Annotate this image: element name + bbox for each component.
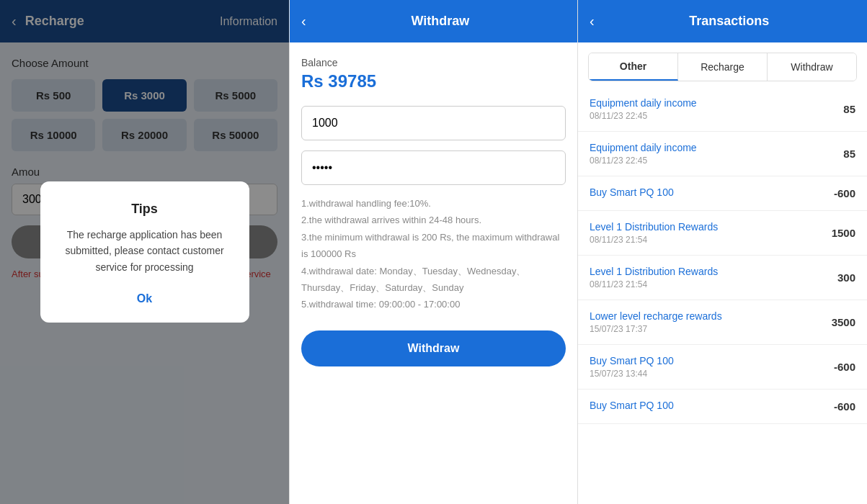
transaction-item: Equipment daily income 08/11/23 22:45 85 [578,87,867,132]
tx-name: Equipment daily income [590,142,697,153]
withdraw-note-3: 3.the minimum withdrawal is 200 Rs, the … [301,229,566,263]
transaction-left: Equipment daily income 08/11/23 22:45 [590,97,697,121]
transaction-left: Buy Smart PQ 100 [590,186,674,200]
transaction-item: Buy Smart PQ 100 -600 [578,176,867,211]
tx-amount: -600 [834,361,855,373]
withdraw-note-2: 2.the withdrawal arrives within 24-48 ho… [301,212,566,228]
transaction-left: Buy Smart PQ 100 15/07/23 13:44 [590,355,674,379]
tx-date: 08/11/23 21:54 [590,235,718,245]
withdraw-note-5: 5.withdrawal time: 09:00:00 - 17:00:00 [301,296,566,312]
withdraw-content: Balance Rs 39785 1.withdrawal handling f… [290,42,577,504]
tx-date: 08/11/23 22:45 [590,111,697,121]
withdraw-title: Withdraw [315,14,566,29]
tx-amount: 1500 [832,227,855,239]
transactions-header: ‹ Transactions [578,0,867,42]
transaction-left: Equipment daily income 08/11/23 22:45 [590,142,697,166]
transaction-tab-bar: Other Recharge Withdraw [588,53,857,81]
transaction-left: Level 1 Distribution Rewards 08/11/23 21… [590,266,718,289]
tx-amount: -600 [834,187,855,199]
withdraw-header: ‹ Withdraw [290,0,577,42]
tx-name: Buy Smart PQ 100 [590,186,674,198]
tx-amount: 85 [843,148,855,160]
balance-label: Balance [301,57,566,68]
tx-amount: 3500 [832,316,855,328]
tab-recharge[interactable]: Recharge [678,53,768,81]
dialog-overlay: Tips The recharge application has been s… [0,0,289,504]
transaction-left: Lower level recharge rewards 15/07/23 17… [590,310,722,334]
dialog-box: Tips The recharge application has been s… [40,181,249,323]
transactions-panel: ‹ Transactions Other Recharge Withdraw E… [578,0,867,504]
withdraw-amount-input[interactable] [301,106,566,140]
transactions-title: Transactions [603,14,855,29]
tx-amount: -600 [834,400,855,413]
transaction-item: Level 1 Distribution Rewards 08/11/23 21… [578,256,867,300]
tx-amount: 85 [843,103,855,115]
dialog-title: Tips [58,202,232,217]
transaction-left: Level 1 Distribution Rewards 08/11/23 21… [590,221,718,245]
tx-amount: 300 [837,271,855,284]
transaction-list: Equipment daily income 08/11/23 22:45 85… [578,87,867,504]
tab-withdraw[interactable]: Withdraw [768,53,856,81]
tx-date: 08/11/23 22:45 [590,156,697,166]
tab-other[interactable]: Other [589,53,678,81]
withdraw-button[interactable]: Withdraw [301,330,566,366]
tx-name: Equipment daily income [590,97,697,109]
transaction-item: Level 1 Distribution Rewards 08/11/23 21… [578,211,867,256]
withdraw-password-input[interactable] [301,150,566,185]
tx-date: 15/07/23 17:37 [590,324,722,334]
withdraw-back-icon[interactable]: ‹ [301,13,306,30]
tx-name: Level 1 Distribution Rewards [590,266,718,277]
balance-value: Rs 39785 [301,71,566,91]
transactions-back-icon[interactable]: ‹ [590,13,595,30]
tx-name: Buy Smart PQ 100 [590,355,674,366]
dialog-ok-button[interactable]: Ok [125,289,164,308]
transaction-item: Equipment daily income 08/11/23 22:45 85 [578,132,867,176]
transaction-left: Buy Smart PQ 100 [590,400,674,413]
withdraw-note-4: 4.withdrawal date: Monday、Tuesday、Wednes… [301,263,566,297]
tx-date: 08/11/23 21:54 [590,279,718,289]
transaction-item: Lower level recharge rewards 15/07/23 17… [578,300,867,345]
recharge-panel: ‹ Recharge Information Choose Amount Rs … [0,0,289,504]
transaction-item: Buy Smart PQ 100 -600 [578,390,867,424]
tx-name: Buy Smart PQ 100 [590,400,674,411]
tx-date: 15/07/23 13:44 [590,369,674,379]
withdraw-note-1: 1.withdrawal handling fee:10%. [301,195,566,212]
dialog-body: The recharge application has been submit… [58,227,232,275]
withdraw-panel: ‹ Withdraw Balance Rs 39785 1.withdrawal… [289,0,578,504]
transaction-item: Buy Smart PQ 100 15/07/23 13:44 -600 [578,345,867,390]
tx-name: Lower level recharge rewards [590,310,722,322]
withdraw-notes: 1.withdrawal handling fee:10%. 2.the wit… [301,195,566,313]
tx-name: Level 1 Distribution Rewards [590,221,718,233]
